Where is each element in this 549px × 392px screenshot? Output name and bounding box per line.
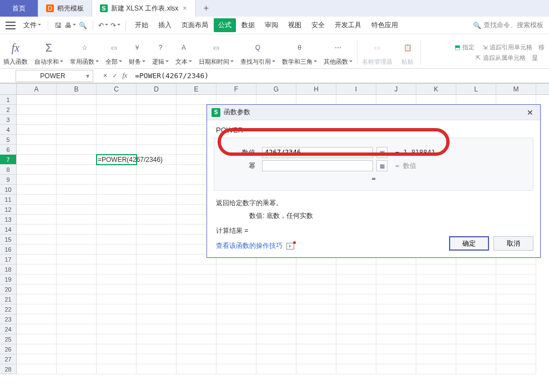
column-header[interactable]: J (376, 84, 416, 94)
cell[interactable] (17, 105, 57, 115)
cell[interactable] (456, 284, 496, 294)
column-header[interactable]: I (336, 84, 376, 94)
cell[interactable] (496, 334, 536, 344)
formula-input[interactable]: =POWER(4267/2346) (130, 72, 549, 80)
cell[interactable] (216, 324, 256, 334)
cell[interactable] (216, 344, 256, 354)
ribbon-lookup[interactable]: Q查找与引用 (237, 37, 279, 68)
row-header[interactable]: 11 (0, 195, 17, 205)
cell[interactable] (177, 354, 216, 364)
cell[interactable] (97, 284, 137, 294)
cell[interactable] (336, 344, 376, 354)
cell[interactable] (97, 254, 137, 264)
cell[interactable] (97, 205, 137, 215)
cell[interactable] (496, 324, 536, 334)
cell[interactable] (376, 95, 416, 105)
cell[interactable] (177, 324, 216, 334)
cell[interactable] (57, 354, 97, 364)
row-header[interactable]: 23 (0, 314, 17, 324)
cell[interactable] (137, 175, 177, 185)
cell[interactable] (496, 364, 536, 374)
hamburger-icon[interactable] (6, 22, 16, 29)
cell[interactable] (17, 314, 57, 324)
cell[interactable] (336, 364, 376, 374)
cell[interactable] (97, 245, 137, 254)
cell[interactable] (416, 274, 456, 284)
row-header[interactable]: 4 (0, 125, 17, 135)
column-header[interactable]: E (177, 84, 216, 94)
cell[interactable] (137, 195, 177, 205)
cell[interactable] (376, 304, 416, 314)
cell[interactable] (256, 264, 296, 274)
cell[interactable]: =POWER(4267/2346) (97, 155, 137, 165)
cell[interactable] (216, 274, 256, 284)
cell[interactable] (137, 354, 177, 364)
menu-开发工具[interactable]: 开发工具 (330, 18, 366, 32)
cell[interactable] (256, 284, 296, 294)
tab-close-icon[interactable]: × (182, 4, 188, 12)
cell[interactable] (57, 245, 97, 254)
row-header[interactable]: 26 (0, 344, 17, 354)
print-icon[interactable]: 🖶 (65, 20, 76, 31)
cell[interactable] (17, 304, 57, 314)
row-header[interactable]: 27 (0, 354, 17, 364)
cell[interactable] (97, 354, 137, 364)
name-box[interactable]: POWER▾ (16, 70, 93, 82)
cell[interactable] (177, 364, 216, 374)
cell[interactable] (336, 284, 376, 294)
cell[interactable] (376, 284, 416, 294)
cell[interactable] (17, 254, 57, 264)
cell[interactable] (97, 145, 137, 155)
row-header[interactable]: 5 (0, 135, 17, 145)
row-header[interactable]: 2 (0, 105, 17, 115)
row-header[interactable]: 6 (0, 145, 17, 155)
tab-daoke[interactable]: D 稻壳模板 (38, 0, 92, 17)
row-header[interactable]: 15 (0, 235, 17, 245)
cell[interactable] (17, 344, 57, 354)
cell[interactable] (256, 344, 296, 354)
cell[interactable] (137, 264, 177, 274)
cell[interactable] (57, 314, 97, 324)
help-link[interactable]: 查看该函数的操作技巧 (216, 242, 283, 250)
menu-插入[interactable]: 插入 (154, 18, 176, 32)
cell[interactable] (456, 274, 496, 284)
cell[interactable] (376, 294, 416, 304)
cell[interactable] (296, 354, 336, 364)
cell[interactable] (97, 344, 137, 354)
ribbon-financial[interactable]: ￥财务 (125, 37, 149, 68)
cell[interactable] (57, 185, 97, 195)
save-icon[interactable]: 🖫 (53, 20, 64, 31)
cell[interactable] (256, 304, 296, 314)
param1-input[interactable] (262, 147, 373, 158)
cell[interactable] (57, 344, 97, 354)
cell[interactable] (137, 115, 177, 125)
cell[interactable] (57, 264, 97, 274)
cell[interactable] (137, 324, 177, 334)
cell[interactable] (296, 274, 336, 284)
cell[interactable] (17, 274, 57, 284)
cell[interactable] (57, 155, 97, 165)
cell[interactable] (17, 284, 57, 294)
cell[interactable] (137, 185, 177, 195)
cell[interactable] (137, 225, 177, 235)
cell[interactable] (376, 354, 416, 364)
column-header[interactable]: F (216, 84, 256, 94)
cell[interactable] (57, 334, 97, 344)
cell[interactable] (57, 145, 97, 155)
close-icon[interactable]: ✕ (525, 108, 536, 117)
cell[interactable] (17, 175, 57, 185)
cell[interactable] (296, 324, 336, 334)
cancel-formula-icon[interactable]: × (103, 72, 107, 80)
cell[interactable] (97, 334, 137, 344)
ribbon-logical[interactable]: ?逻辑 (149, 37, 172, 68)
cell[interactable] (177, 284, 216, 294)
row-header[interactable]: 9 (0, 175, 17, 185)
cell[interactable] (57, 205, 97, 215)
ribbon-name-manager[interactable]: ▭名称管理器 (359, 37, 396, 68)
cell[interactable] (296, 264, 336, 274)
cell[interactable] (336, 274, 376, 284)
cell[interactable] (336, 95, 376, 105)
range-picker-icon[interactable]: ▦ (376, 160, 387, 171)
cell[interactable] (496, 314, 536, 324)
cell[interactable] (57, 165, 97, 175)
